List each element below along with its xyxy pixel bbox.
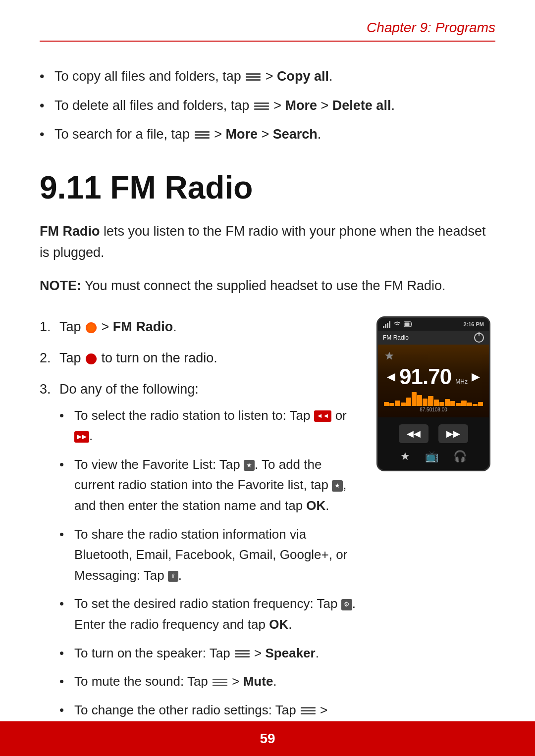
spectrum-bar	[423, 399, 428, 406]
spectrum-bar	[395, 401, 400, 406]
phone-mockup-column: 2:16 PM FM Radio	[376, 316, 495, 471]
numbered-list: 1. Tap > FM Radio. 2. Tap to turn on the…	[40, 316, 357, 749]
list-item: To turn on the speaker: Tap > Speaker.	[59, 643, 357, 664]
phone-mockup: 2:16 PM FM Radio	[376, 316, 490, 471]
text-column: 1. Tap > FM Radio. 2. Tap to turn on the…	[40, 316, 357, 756]
spectrum-bar	[406, 398, 411, 406]
section-intro: FM Radio lets you listen to the FM radio…	[40, 221, 495, 263]
list-item: To search for a file, tap > More > Searc…	[40, 124, 495, 145]
page-number: 59	[260, 731, 275, 747]
phone-status-bar: 2:16 PM	[378, 318, 489, 331]
spectrum-bar	[456, 403, 461, 406]
power-radio-icon	[86, 353, 97, 364]
svg-rect-0	[383, 326, 384, 328]
apps-icon	[86, 322, 97, 333]
fm-display: ◀ 91.70 MHz ▶	[378, 345, 489, 417]
spectrum-bar	[412, 392, 417, 406]
fast-forward-button[interactable]: ▶▶	[438, 424, 468, 443]
fm-controls: ◀◀ ▶▶ ★ 📺 🎧	[378, 417, 489, 470]
chapter-title: Chapter 9: Programs	[367, 20, 495, 36]
battery-icon	[404, 321, 413, 328]
spectrum-bar	[467, 403, 472, 406]
status-time: 2:16 PM	[463, 321, 484, 327]
bottom-icons-row: ★ 📺 🎧	[383, 450, 484, 463]
chapter-header: Chapter 9: Programs	[40, 20, 495, 42]
spectrum-bar	[478, 402, 483, 406]
page-footer: 59	[0, 721, 535, 756]
spectrum-bar	[428, 396, 433, 406]
list-item: To select the radio station to listen to…	[59, 405, 357, 447]
status-left	[383, 321, 413, 328]
scale-low: 87.50	[420, 407, 432, 412]
power-icon[interactable]	[474, 333, 484, 343]
menu-icon	[301, 706, 316, 716]
headset-button[interactable]: 🎧	[453, 450, 467, 463]
page-content: Chapter 9: Programs To copy all files an…	[0, 0, 535, 756]
section-heading: 9.11 FM Radio	[40, 169, 495, 206]
list-item: To share the radio station information v…	[59, 524, 357, 586]
favorite-button[interactable]: ★	[400, 450, 410, 463]
menu-icon	[195, 130, 210, 141]
spectrum-bar	[389, 403, 394, 406]
fm-radio-label-text: FM Radio	[383, 334, 409, 341]
spectrum-bar	[384, 402, 389, 406]
menu-icon	[235, 649, 250, 659]
fm-scale: 87.50 108.00	[418, 407, 449, 412]
spectrum-bar	[401, 403, 406, 406]
spectrum-bar	[434, 400, 439, 406]
spectrum-bar	[439, 402, 444, 406]
spectrum-bar	[461, 401, 466, 406]
svg-rect-2	[387, 323, 388, 328]
playback-controls: ◀◀ ▶▶	[383, 424, 484, 443]
menu-icon	[246, 72, 261, 83]
fm-spectrum	[383, 392, 484, 406]
share-icon: ⇧	[168, 571, 178, 582]
fm-star-row	[383, 352, 484, 360]
section-note: NOTE: You must connect the supplied head…	[40, 275, 495, 297]
signal-icon	[383, 321, 391, 328]
spectrum-bar	[445, 399, 450, 406]
main-content: 1. Tap > FM Radio. 2. Tap to turn on the…	[40, 316, 495, 756]
sub-bullets-list: To select the radio station to listen to…	[59, 405, 357, 741]
freq-icon: ⚙	[341, 599, 352, 610]
spectrum-bar	[473, 404, 478, 406]
list-item: To delete all files and folders, tap > M…	[40, 96, 495, 116]
svg-marker-7	[385, 352, 393, 359]
share-button[interactable]: 📺	[425, 450, 438, 463]
spectrum-bar	[417, 395, 422, 406]
frequency-display: 91.70	[399, 364, 451, 389]
svg-rect-1	[385, 324, 386, 328]
list-item: 3. Do any of the following: To select th…	[40, 379, 357, 749]
wifi-icon	[393, 321, 402, 328]
fm-radio-label-row: FM Radio	[378, 331, 489, 345]
top-bullets-list: To copy all files and folders, tap > Cop…	[40, 66, 495, 145]
menu-icon	[254, 101, 269, 111]
freq-left-arrow[interactable]: ◀	[387, 370, 395, 383]
list-item: To copy all files and folders, tap > Cop…	[40, 66, 495, 87]
ffwd-icon: ▶▶	[74, 431, 89, 443]
favorite-icon: ★	[244, 460, 255, 471]
section-intro-bold: FM Radio	[40, 224, 100, 239]
spectrum-bar	[450, 401, 455, 406]
note-rest: You must connect the supplied headset to…	[81, 278, 445, 293]
star-display-icon[interactable]	[385, 352, 394, 360]
note-bold: NOTE:	[40, 278, 81, 293]
rewind-button[interactable]: ◀◀	[399, 424, 428, 443]
star-icon: ★	[332, 480, 343, 492]
list-item: 1. Tap > FM Radio.	[40, 316, 357, 338]
svg-rect-5	[411, 323, 412, 325]
list-item: To mute the sound: Tap > Mute.	[59, 671, 357, 692]
menu-icon	[213, 677, 227, 688]
freq-unit: MHz	[455, 378, 468, 385]
section-intro-rest: lets you listen to the FM radio with you…	[40, 224, 485, 260]
rewind-icon: ◄◄	[314, 410, 332, 422]
freq-right-arrow[interactable]: ▶	[472, 370, 480, 383]
svg-rect-6	[405, 323, 410, 326]
list-item: To set the desired radio station frequen…	[59, 594, 357, 635]
scale-high: 108.00	[432, 407, 447, 412]
fm-frequency: ◀ 91.70 MHz ▶	[383, 364, 484, 389]
svg-rect-3	[389, 321, 390, 328]
list-item: To view the Favorite List: Tap ★. To add…	[59, 454, 357, 516]
list-item: 2. Tap to turn on the radio.	[40, 348, 357, 369]
